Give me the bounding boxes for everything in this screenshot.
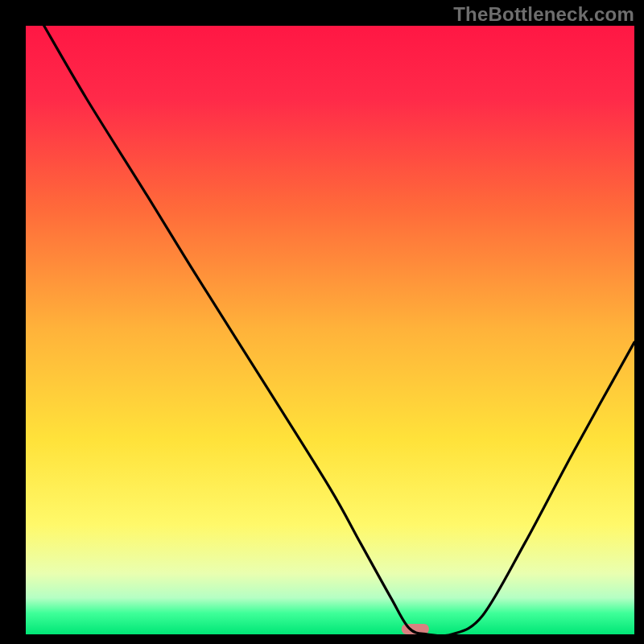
plot-background <box>26 26 634 634</box>
chart-stage: TheBottleneck.com <box>0 0 644 644</box>
bottleneck-chart <box>0 0 644 644</box>
